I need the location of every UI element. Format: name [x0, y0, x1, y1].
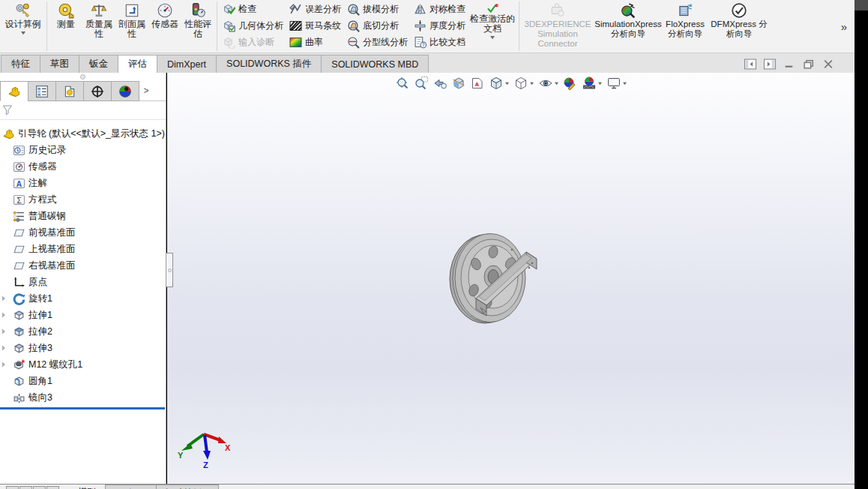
tab-评估[interactable]: 评估	[118, 55, 157, 73]
display-style-button[interactable]	[513, 75, 535, 92]
tree-item[interactable]: M12 螺纹孔1	[0, 356, 166, 373]
nav-first-button[interactable]	[6, 486, 19, 489]
ribbon-overflow-button[interactable]: »	[838, 20, 855, 33]
tree-item[interactable]: 拉伸1	[0, 307, 166, 323]
filter-icon[interactable]	[2, 104, 14, 116]
ribbon-small-columns: 检查几何体分析输入诊断误差分析斑马条纹曲率拔模分析底切分析分型线分析对称检查厚度…	[220, 0, 468, 52]
manager-tab-dimxpertmanager[interactable]	[83, 81, 112, 101]
view-settings-button[interactable]	[606, 75, 628, 92]
ribbon-button-label: 质量属性	[82, 20, 115, 39]
tree-item[interactable]: 圆角1	[0, 373, 166, 389]
check-active-doc-button[interactable]: 检查激活的文档	[468, 0, 516, 52]
ribbon-separator	[519, 2, 519, 51]
tree-item-label: 前视基准面	[28, 226, 76, 239]
view-orientation-button[interactable]	[488, 75, 510, 92]
tree-item[interactable]: 上视基准面	[0, 241, 166, 257]
ribbon-button-measure[interactable]: 测量	[49, 0, 82, 52]
ribbon-button-performance-evaluation[interactable]: 性能评估	[181, 0, 214, 52]
splitter-dot	[80, 74, 85, 80]
close-button[interactable]	[822, 58, 835, 70]
ribbon-button-sensor[interactable]: 传感器	[148, 0, 181, 52]
expand-arrow-icon[interactable]	[1, 312, 6, 318]
tree-item[interactable]: 普通碳钢	[0, 208, 166, 224]
tab-SOLIDWORKS MBD[interactable]: SOLIDWORKS MBD	[321, 55, 429, 73]
tab-草图[interactable]: 草图	[40, 55, 79, 73]
expand-arrow-icon[interactable]	[1, 296, 6, 302]
nav-next-button[interactable]	[33, 486, 46, 489]
ribbon-button-floxpress[interactable]: #FloXpress 分析向导	[663, 0, 708, 52]
tree-item[interactable]: 原点	[0, 274, 166, 290]
study-tab-3D 视图[interactable]: 3D 视图	[105, 484, 157, 489]
dropdown-caret-icon[interactable]	[529, 82, 534, 86]
ribbon-button-draft-analysis[interactable]: 拔模分析	[347, 1, 408, 17]
tab-钣金[interactable]: 钣金	[79, 55, 118, 73]
ribbon-button-undercut-analysis[interactable]: 底切分析	[347, 17, 408, 34]
tree-item[interactable]: 拉伸3	[0, 340, 166, 356]
ribbon-button-thickness-analysis[interactable]: 厚度分析	[414, 17, 465, 34]
dropdown-caret-icon[interactable]	[622, 82, 627, 86]
manager-tab-featuremanager-tree[interactable]	[0, 81, 28, 101]
ribbon-button-geometry-analysis[interactable]: 几何体分析	[223, 17, 283, 34]
hide-show-items-button[interactable]	[537, 75, 560, 92]
expand-arrow-icon[interactable]	[1, 328, 6, 334]
pane-right-button[interactable]	[763, 58, 777, 70]
tree-item[interactable]: 拉伸2	[0, 323, 166, 340]
tree-item[interactable]: 传感器	[0, 158, 166, 175]
section-view-button[interactable]	[450, 75, 467, 92]
tree-root-item[interactable]: 引导轮 (默认<<默认>_显示状态 1>)	[0, 125, 166, 142]
tree-item[interactable]: 历史记录	[0, 142, 166, 158]
tab-DimXpert[interactable]: DimXpert	[157, 55, 217, 73]
ribbon-button-symmetry-check[interactable]: 对称检查	[414, 1, 465, 17]
nav-prev-button[interactable]	[19, 486, 32, 489]
ribbon-button-simulationxpress[interactable]: SimulationXpress 分析向导	[594, 0, 663, 52]
tree-item[interactable]: 旋转1	[0, 290, 166, 307]
property-list-icon	[35, 85, 49, 98]
ribbon-button-parting-line-analysis[interactable]: 分型线分析	[347, 34, 408, 50]
graphics-area[interactable]: A	[167, 73, 855, 484]
dropdown-caret-icon[interactable]	[504, 82, 510, 86]
tree-item[interactable]: A注解	[0, 175, 166, 191]
tree-item[interactable]: 右视基准面	[0, 257, 166, 274]
zoom-to-area-button[interactable]	[413, 75, 430, 92]
zoom-to-fit-button[interactable]	[394, 75, 411, 92]
ribbon-button-compare-documents[interactable]: ?比较文档	[414, 34, 465, 50]
tree-item[interactable]: 前视基准面	[0, 224, 166, 241]
restore-button[interactable]	[802, 58, 816, 70]
panel-collapse-handle[interactable]	[166, 253, 173, 287]
tab-SOLIDWORKS 插件[interactable]: SOLIDWORKS 插件	[216, 55, 322, 73]
edit-appearance-button[interactable]	[562, 75, 579, 92]
ribbon-button-check[interactable]: 检查	[223, 1, 283, 17]
pane-left-button[interactable]	[744, 58, 757, 70]
model-3d-idler-wheel[interactable]	[447, 225, 543, 328]
panel-splitter[interactable]	[0, 73, 166, 81]
manager-tab-configurationmanager[interactable]	[55, 81, 84, 101]
ribbon-button-dfmxpress[interactable]: DFMXpress 分析向导	[708, 0, 771, 52]
design-study-button[interactable]: 设计算例	[1, 0, 44, 52]
nav-last-button[interactable]	[46, 486, 59, 489]
tab-特征[interactable]: 特征	[1, 55, 40, 73]
manager-tabs-overflow-button[interactable]: >	[139, 81, 154, 100]
ribbon-button-mass-properties[interactable]: 质量属性	[82, 0, 115, 52]
minimize-button[interactable]	[783, 58, 796, 70]
ribbon-button-label: SimulationXpress 分析向导	[594, 20, 663, 39]
ribbon-button-deviation-analysis[interactable]: 误差分析	[289, 1, 341, 17]
apply-scene-button[interactable]	[581, 75, 603, 92]
ribbon-button-label: 底切分析	[363, 20, 399, 32]
manager-tab-displaymanager[interactable]	[111, 81, 139, 101]
manager-tab-propertymanager[interactable]	[28, 81, 56, 101]
study-tab-模型[interactable]: 模型	[69, 484, 105, 489]
previous-view-button[interactable]	[432, 75, 448, 92]
ribbon-button-curvature[interactable]: 曲率	[289, 34, 341, 50]
study-tab-运动算例 1[interactable]: 运动算例 1	[156, 484, 219, 489]
expand-arrow-icon[interactable]	[1, 345, 6, 351]
dropdown-caret-icon[interactable]	[554, 82, 559, 86]
tree-item[interactable]: Σ方程式	[0, 191, 166, 208]
expand-arrow-icon[interactable]	[1, 362, 6, 368]
tree-item[interactable]: 镜向3	[0, 389, 166, 406]
dropdown-caret-icon[interactable]	[597, 82, 603, 86]
ribbon-button-zebra-stripes[interactable]: 斑马条纹	[289, 17, 341, 34]
ribbon-button-section-properties[interactable]: 剖面属性	[115, 0, 148, 52]
ribbon-button-3dexperience-connector: 3DEXPERIENCE Simulation Connector	[522, 0, 594, 52]
rollback-bar[interactable]	[0, 407, 165, 410]
annotation-views-button[interactable]: A	[469, 75, 486, 92]
